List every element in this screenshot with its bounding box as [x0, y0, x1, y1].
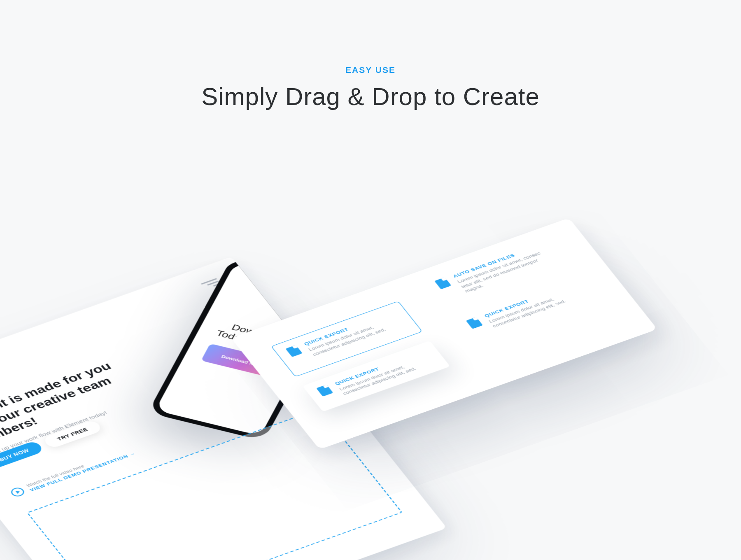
hero-text-block: Element is made for you and your creativ… [0, 356, 150, 459]
portfolio-section-peek: Browse our portfolio [98, 521, 447, 560]
file-icon [466, 317, 482, 329]
feature-cards-panel[interactable]: QUICK EXPORT Lorem ipsum dolor sit amet,… [231, 218, 657, 449]
play-icon [9, 486, 26, 498]
video-link-label: VIEW FULL DEMO PRESENTATION → [29, 451, 137, 492]
file-icon [434, 277, 451, 289]
portfolio-title: Browse our portfolio [100, 523, 447, 560]
section-title: Simply Drag & Drop to Create [201, 82, 540, 111]
section-eyebrow: EASY USE [345, 65, 396, 75]
file-icon [316, 384, 333, 396]
video-caption: Watch the full video here [25, 447, 133, 488]
isometric-stage: Element. Element is made for you and you… [40, 252, 701, 560]
